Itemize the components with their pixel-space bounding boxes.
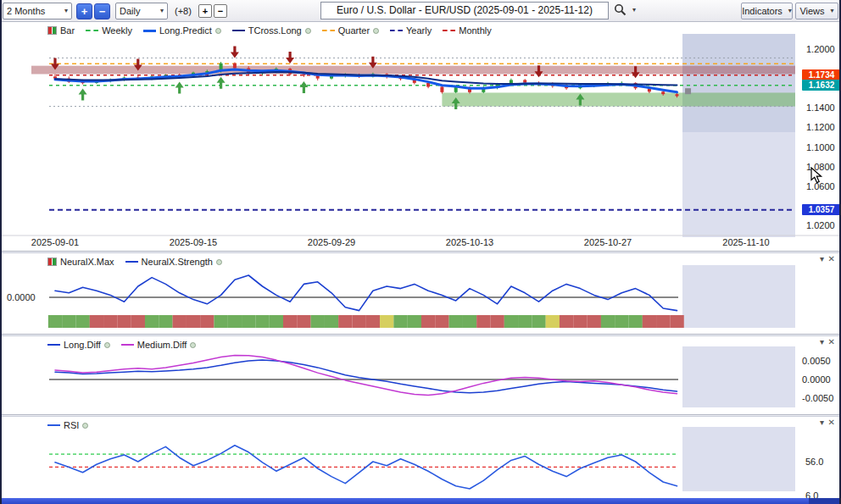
yearly-swatch-icon xyxy=(390,30,403,31)
rsi-line xyxy=(55,446,677,489)
app-window: 2 Months ▾ + − Daily ▾ (+8) + − Euro / U… xyxy=(0,0,841,504)
legend-item-monthly[interactable]: Monthly xyxy=(443,25,492,36)
legend-label: Long.Predict xyxy=(159,25,212,36)
panel-collapse-button[interactable]: ▾ xyxy=(820,337,824,346)
legend-item-long-diff[interactable]: Long.Diff xyxy=(47,340,110,350)
series-medium-diff xyxy=(55,355,677,395)
bars-added-label: (+8) xyxy=(175,6,192,16)
forecast-region xyxy=(682,427,795,491)
weekly-swatch-icon xyxy=(86,30,98,31)
panel-collapse-button[interactable]: ▾ xyxy=(820,418,824,427)
toolbar: 2 Months ▾ + − Daily ▾ (+8) + − Euro / U… xyxy=(0,0,841,22)
views-button-label: Views xyxy=(799,6,824,16)
neuralx-max-strip xyxy=(48,315,684,328)
legend-item-yearly[interactable]: Yearly xyxy=(390,25,432,36)
buy-signal-arrow xyxy=(217,77,226,89)
legend-options-dot[interactable] xyxy=(215,28,221,34)
rsi-legend: RSI xyxy=(47,420,99,430)
horizontal-scrollbar[interactable] xyxy=(0,498,841,504)
rsi-panel[interactable]: RSI 56.06.0 ▾ ✕ xyxy=(0,417,841,498)
neuralx-panel[interactable]: NeuralX.MaxNeuralX.Strength 0.0000 ▾ ✕ xyxy=(0,253,841,334)
add-bar-button[interactable]: + xyxy=(198,4,212,18)
legend-item-rsi[interactable]: RSI xyxy=(47,420,88,430)
panel-splitter[interactable] xyxy=(0,334,841,336)
period-select-value: Daily xyxy=(120,6,140,16)
legend-options-dot[interactable] xyxy=(190,342,196,348)
buy-signal-arrow xyxy=(299,81,308,93)
main-chart-legend: BarWeeklyLong.PredictTCross.LongQuarterY… xyxy=(47,25,503,36)
legend-item-long-predict[interactable]: Long.Predict xyxy=(143,25,221,36)
range-select[interactable]: 2 Months ▾ xyxy=(3,3,72,19)
panel-splitter[interactable] xyxy=(0,414,841,417)
legend-label: Medium.Diff xyxy=(137,340,187,350)
remove-bar-button[interactable]: − xyxy=(214,4,227,18)
sell-signal-arrow xyxy=(231,47,239,58)
chevron-down-icon: ▾ xyxy=(64,8,68,14)
legend-options-dot[interactable] xyxy=(216,259,222,265)
forecast-overlay xyxy=(682,34,795,132)
series-long-diff xyxy=(55,360,677,393)
views-button[interactable]: Views ▾ xyxy=(795,3,838,19)
legend-item-quarter[interactable]: Quarter xyxy=(322,25,379,36)
legend-item-neuralx-max[interactable]: NeuralX.Max xyxy=(47,257,114,267)
zoom-in-button[interactable]: + xyxy=(76,3,92,19)
legend-item-tcross-long[interactable]: TCross.Long xyxy=(232,25,311,36)
symbol-title[interactable]: Euro / U.S. Dollar - EUR/USD (2025-09-01… xyxy=(320,2,609,19)
resistance-band xyxy=(31,66,795,75)
buy-signal-arrow xyxy=(175,82,184,94)
quarter-swatch-icon xyxy=(322,30,335,31)
rsi-canvas[interactable] xyxy=(0,417,841,498)
bar-swatch-icon xyxy=(47,26,57,35)
legend-label: NeuralX.Strength xyxy=(142,257,213,267)
panel-close-button[interactable]: ✕ xyxy=(828,418,835,427)
legend-item-neuralx-strength[interactable]: NeuralX.Strength xyxy=(125,257,222,267)
forecast-region xyxy=(682,346,795,407)
legend-options-dot[interactable] xyxy=(373,28,379,34)
legend-label: Bar xyxy=(60,25,75,36)
panel-close-button[interactable]: ✕ xyxy=(828,254,835,263)
chevron-down-icon: ▾ xyxy=(160,8,164,14)
sell-signal-arrow xyxy=(286,52,294,64)
panel-collapse-button[interactable]: ▾ xyxy=(820,254,824,263)
legend-label: RSI xyxy=(64,420,79,430)
neuralx-strength-swatch-icon xyxy=(125,261,138,263)
tcross-long-swatch-icon xyxy=(232,30,245,31)
legend-options-dot[interactable] xyxy=(305,28,311,34)
legend-label: Yearly xyxy=(406,25,432,36)
price-chart-canvas[interactable] xyxy=(0,22,841,251)
rsi-swatch-icon xyxy=(47,424,60,426)
legend-item-weekly[interactable]: Weekly xyxy=(86,25,132,36)
legend-options-dot[interactable] xyxy=(82,423,88,429)
scrollbar-end-cap[interactable] xyxy=(809,498,841,504)
search-icon xyxy=(614,3,627,16)
diff-panel[interactable]: Long.DiffMedium.Diff 0.00500.0000-0.0050… xyxy=(0,336,841,414)
chevron-down-icon: ▾ xyxy=(632,7,636,14)
zoom-out-button[interactable]: − xyxy=(94,3,110,19)
legend-label: Quarter xyxy=(338,25,370,36)
long-diff-swatch-icon xyxy=(47,344,60,346)
forecast-marker xyxy=(685,88,691,94)
buy-signal-arrow xyxy=(79,89,87,101)
range-select-value: 2 Months xyxy=(7,6,45,16)
window-border-left xyxy=(0,0,2,504)
indicators-button[interactable]: Indicators ▾ xyxy=(741,3,793,19)
long-predict-swatch-icon xyxy=(143,30,156,32)
chevron-down-icon: ▾ xyxy=(788,8,792,14)
legend-options-dot[interactable] xyxy=(104,342,110,348)
legend-item-medium-diff[interactable]: Medium.Diff xyxy=(121,340,196,350)
legend-label: TCross.Long xyxy=(248,25,302,36)
forecast-region xyxy=(682,265,795,328)
legend-label: Monthly xyxy=(459,25,492,36)
period-select[interactable]: Daily ▾ xyxy=(115,3,168,19)
legend-label: Weekly xyxy=(102,25,132,36)
panel-splitter[interactable] xyxy=(0,251,841,253)
chevron-down-icon: ▾ xyxy=(831,8,834,14)
search-button[interactable]: ▾ xyxy=(614,3,636,16)
neuralx-legend: NeuralX.MaxNeuralX.Strength xyxy=(47,257,233,267)
legend-label: Long.Diff xyxy=(64,340,101,350)
diff-legend: Long.DiffMedium.Diff xyxy=(47,340,207,350)
price-chart-panel[interactable]: BarWeeklyLong.PredictTCross.LongQuarterY… xyxy=(0,22,841,251)
legend-item-bar[interactable]: Bar xyxy=(47,25,75,36)
panel-close-button[interactable]: ✕ xyxy=(828,337,835,346)
neuralx-max-swatch-icon xyxy=(47,258,57,266)
